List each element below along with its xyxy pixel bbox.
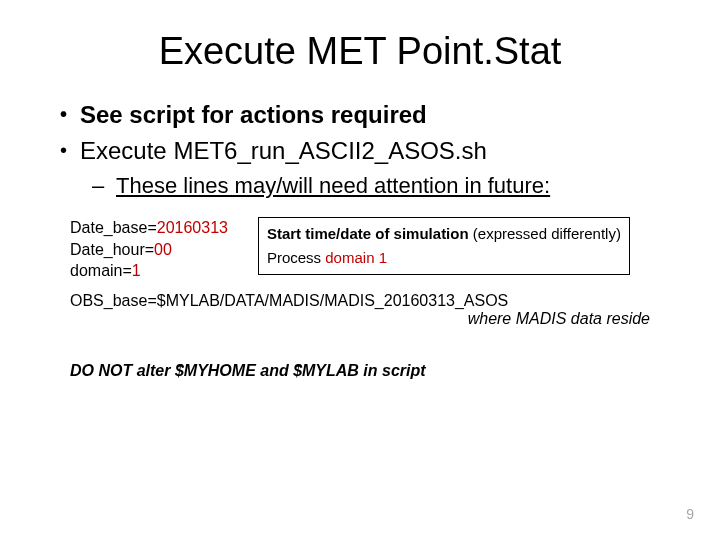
obs-base-line: OBS_base=$MYLAB/DATA/MADIS/MADIS_2016031… xyxy=(70,292,670,310)
bullet-execute-text: Execute xyxy=(80,137,173,164)
code-line-domain: domain=1 xyxy=(70,260,228,282)
box-line-domain: Process domain 1 xyxy=(267,246,621,270)
slide-number: 9 xyxy=(686,506,694,522)
bullet-execute-script: MET6_run_ASCII2_ASOS.sh xyxy=(173,137,486,164)
do-not-alter-warning: DO NOT alter $MYHOME and $MYLAB in scrip… xyxy=(70,362,670,380)
bullet-execute: Execute MET6_run_ASCII2_ASOS.sh xyxy=(56,137,670,165)
annotation-box: Start time/date of simulation (expressed… xyxy=(258,217,630,275)
code-line-datebase: Date_base=20160313 xyxy=(70,217,228,239)
obs-note: where MADIS data reside xyxy=(50,310,650,328)
slide-title: Execute MET Point.Stat xyxy=(50,30,670,73)
code-and-box-row: Date_base=20160313 Date_hour=00 domain=1… xyxy=(70,217,670,282)
box-line-start: Start time/date of simulation (expressed… xyxy=(267,222,621,246)
code-block: Date_base=20160313 Date_hour=00 domain=1 xyxy=(70,217,228,282)
code-line-datehour: Date_hour=00 xyxy=(70,239,228,261)
bullet-attention: These lines may/will need attention in f… xyxy=(92,173,670,199)
bullet-see-script: See script for actions required xyxy=(56,101,670,129)
